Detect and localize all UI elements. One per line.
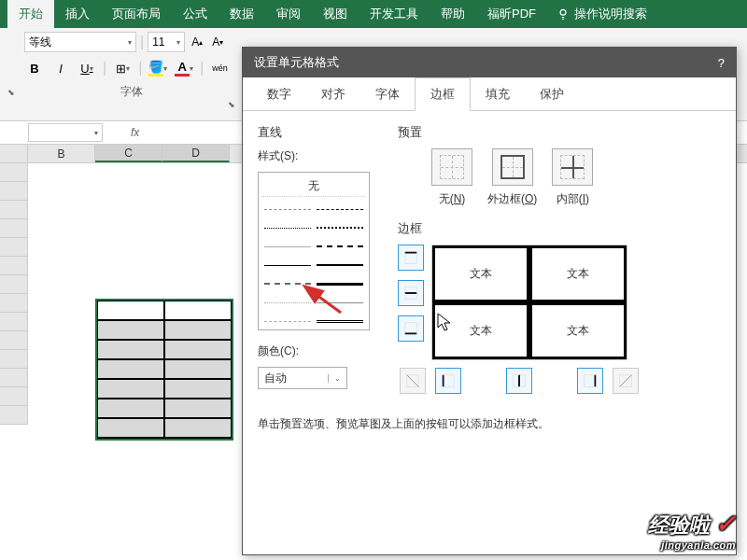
tab-developer[interactable]: 开发工具 bbox=[359, 0, 430, 28]
tab-foxit[interactable]: 福昕PDF bbox=[476, 0, 547, 28]
cell[interactable] bbox=[164, 418, 232, 438]
border-right-button[interactable] bbox=[577, 368, 603, 394]
cell[interactable] bbox=[97, 359, 164, 379]
preview-cell: 文本 bbox=[529, 302, 627, 359]
dialog-tab-protect[interactable]: 保护 bbox=[525, 78, 579, 110]
line-style-item[interactable] bbox=[264, 201, 311, 217]
cell[interactable] bbox=[164, 340, 232, 359]
row-header[interactable] bbox=[0, 238, 28, 257]
color-select[interactable]: 自动 ⌄ bbox=[258, 367, 347, 389]
preset-none[interactable]: 无(N) bbox=[431, 148, 472, 207]
dialog-tab-align[interactable]: 对齐 bbox=[306, 78, 360, 110]
line-style-list[interactable]: 无 bbox=[258, 172, 370, 330]
cell[interactable] bbox=[97, 301, 164, 320]
line-style-item[interactable] bbox=[264, 294, 311, 311]
svg-line-7 bbox=[407, 375, 419, 387]
border-diag-down-button[interactable] bbox=[400, 368, 426, 394]
row-header[interactable] bbox=[0, 182, 28, 201]
phonetic-button[interactable]: wén bbox=[209, 58, 230, 78]
increase-font-button[interactable]: A▴ bbox=[189, 34, 205, 50]
border-button[interactable]: ⊞ ▾ bbox=[112, 58, 133, 78]
select-all-corner[interactable] bbox=[0, 145, 28, 162]
row-header[interactable] bbox=[0, 369, 28, 387]
col-header-c[interactable]: C bbox=[95, 145, 162, 162]
line-style-item[interactable] bbox=[317, 313, 363, 329]
preview-cell: 文本 bbox=[529, 245, 627, 302]
line-style-item[interactable] bbox=[264, 219, 311, 236]
cell[interactable] bbox=[97, 320, 164, 340]
row-header[interactable] bbox=[0, 163, 28, 182]
tab-home[interactable]: 开始 bbox=[7, 0, 54, 28]
cell[interactable] bbox=[97, 340, 164, 359]
line-style-item[interactable] bbox=[317, 294, 363, 311]
tab-data[interactable]: 数据 bbox=[218, 0, 265, 28]
row-header[interactable] bbox=[0, 331, 28, 350]
line-style-item[interactable] bbox=[317, 201, 363, 217]
cell[interactable] bbox=[164, 359, 232, 379]
col-header-d[interactable]: D bbox=[162, 145, 230, 162]
name-box[interactable]: ▾ bbox=[28, 123, 103, 142]
row-header[interactable] bbox=[0, 406, 28, 425]
line-style-item[interactable] bbox=[264, 313, 311, 329]
border-middle-h-button[interactable] bbox=[398, 280, 424, 306]
svg-rect-11 bbox=[518, 375, 520, 387]
cell[interactable] bbox=[164, 301, 232, 320]
font-dialog-launcher[interactable]: ⬊ bbox=[228, 100, 235, 109]
dialog-help-button[interactable]: ? bbox=[718, 56, 725, 70]
border-left-button[interactable] bbox=[435, 368, 461, 394]
border-top-button[interactable] bbox=[398, 245, 424, 271]
tab-help[interactable]: 帮助 bbox=[430, 0, 476, 28]
row-header[interactable] bbox=[0, 219, 28, 238]
tab-formula[interactable]: 公式 bbox=[172, 0, 218, 28]
line-style-item[interactable] bbox=[317, 219, 363, 236]
fill-color-button[interactable]: 🪣▾ bbox=[148, 58, 168, 78]
line-style-item[interactable] bbox=[317, 275, 363, 292]
border-preview[interactable]: 文本 文本 文本 文本 bbox=[431, 245, 627, 360]
cell[interactable] bbox=[164, 399, 232, 418]
font-size-select[interactable]: 11▾ bbox=[148, 32, 185, 52]
cell[interactable] bbox=[97, 399, 164, 418]
cell[interactable] bbox=[164, 320, 232, 340]
border-middle-v-button[interactable] bbox=[506, 368, 532, 394]
bordered-table bbox=[95, 299, 233, 440]
line-style-item[interactable] bbox=[264, 275, 311, 292]
row-header[interactable] bbox=[0, 294, 28, 313]
row-header[interactable] bbox=[0, 350, 28, 369]
font-name-select[interactable]: 等线▾ bbox=[24, 32, 136, 52]
chevron-down-icon: ▾ bbox=[128, 38, 132, 47]
tab-insert[interactable]: 插入 bbox=[54, 0, 101, 28]
dialog-tab-border[interactable]: 边框 bbox=[415, 77, 471, 111]
col-header-b[interactable]: B bbox=[28, 145, 95, 162]
border-bottom-button[interactable] bbox=[398, 315, 424, 342]
dialog-tab-fill[interactable]: 填充 bbox=[471, 78, 525, 110]
tab-review[interactable]: 审阅 bbox=[265, 0, 312, 28]
row-header[interactable] bbox=[0, 201, 28, 219]
tab-layout[interactable]: 页面布局 bbox=[101, 0, 172, 28]
cell[interactable] bbox=[164, 379, 232, 399]
cell[interactable] bbox=[97, 418, 164, 438]
italic-button[interactable]: I bbox=[50, 58, 71, 78]
bold-button[interactable]: B bbox=[24, 58, 45, 78]
preset-outer[interactable]: 外边框(O) bbox=[487, 148, 537, 207]
line-style-item[interactable] bbox=[317, 238, 363, 255]
row-header[interactable] bbox=[0, 275, 28, 294]
line-style-none[interactable]: 无 bbox=[262, 176, 365, 197]
dialog-tab-number[interactable]: 数字 bbox=[252, 78, 306, 110]
line-style-item[interactable] bbox=[264, 257, 311, 273]
dialog-tab-font[interactable]: 字体 bbox=[360, 78, 415, 110]
cell[interactable] bbox=[97, 379, 164, 399]
line-style-item[interactable] bbox=[264, 238, 311, 255]
line-style-item[interactable] bbox=[317, 257, 363, 273]
underline-button[interactable]: U ▾ bbox=[77, 58, 97, 78]
tab-view[interactable]: 视图 bbox=[312, 0, 359, 28]
fx-icon[interactable]: fx bbox=[131, 126, 139, 139]
decrease-font-button[interactable]: A▾ bbox=[209, 34, 226, 50]
font-color-button[interactable]: A▾ bbox=[174, 58, 194, 78]
small-launcher-icon[interactable]: ⬊ bbox=[7, 88, 15, 97]
tell-me-search[interactable]: 操作说明搜索 bbox=[557, 6, 647, 22]
preset-inner[interactable]: 内部(I) bbox=[552, 148, 593, 207]
border-diag-up-button[interactable] bbox=[613, 368, 639, 394]
row-header[interactable] bbox=[0, 313, 28, 331]
row-header[interactable] bbox=[0, 387, 28, 406]
row-header[interactable] bbox=[0, 257, 28, 275]
